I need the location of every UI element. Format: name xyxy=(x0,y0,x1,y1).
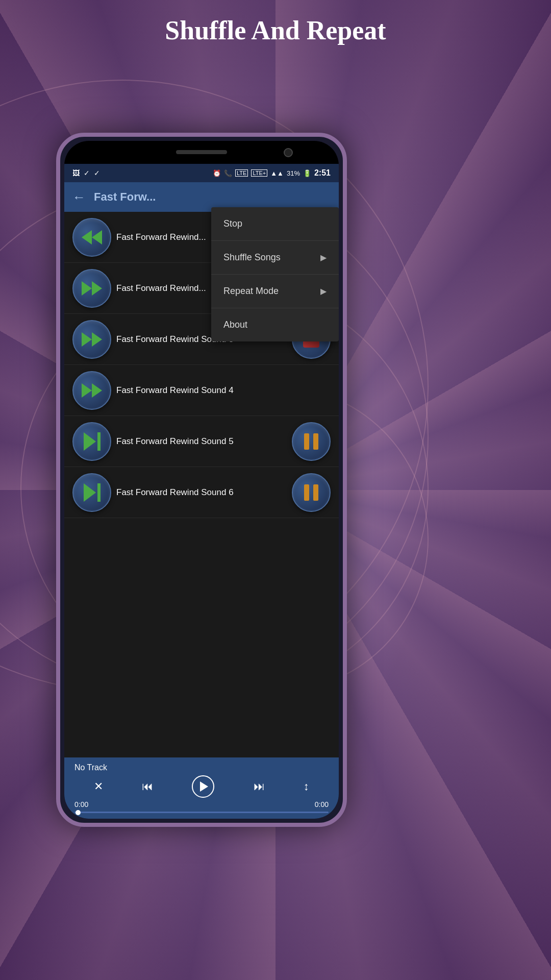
check-icon-2: ✓ xyxy=(94,169,100,177)
ff-arrow-2 xyxy=(92,281,102,296)
lte-label-1: LTE xyxy=(235,169,248,177)
ff-icon xyxy=(82,281,102,296)
ff-arrow-3a xyxy=(82,332,92,347)
skip-triangle-6 xyxy=(84,483,96,502)
play-triangle-icon xyxy=(200,781,208,792)
ff-button-3[interactable] xyxy=(72,320,111,359)
lte-label-2: LTE+ xyxy=(251,169,267,177)
prev-button[interactable]: ⏮ xyxy=(142,780,153,793)
pause-button-6[interactable] xyxy=(292,473,331,512)
ff-arrow-1 xyxy=(82,281,92,296)
repeat-player-icon[interactable]: ↕ xyxy=(304,780,309,793)
time-start: 0:00 xyxy=(74,800,88,808)
pause-icon-6 xyxy=(304,484,318,501)
dropdown-item-repeat[interactable]: Repeat Mode ▶ xyxy=(211,275,339,308)
pause-bar-5b xyxy=(313,433,318,450)
shuffle-player-icon[interactable]: ✕ xyxy=(94,780,103,793)
battery-pct: 31% xyxy=(287,169,300,177)
pause-bar-6b xyxy=(313,484,318,501)
repeat-label: Repeat Mode xyxy=(223,286,279,297)
skip-bar-5 xyxy=(97,432,101,451)
chevron-right-icon-shuffle: ▶ xyxy=(320,253,327,262)
phone-icon: 📞 xyxy=(224,169,232,177)
skip-bar-6 xyxy=(97,483,101,502)
skip-next-icon-5 xyxy=(84,432,101,451)
alarm-icon: ⏰ xyxy=(213,169,221,177)
app-title: Fast Forw... xyxy=(94,190,156,204)
chevron-right-icon-repeat: ▶ xyxy=(320,286,327,296)
clock: 2:51 xyxy=(314,168,331,178)
play-player-button[interactable] xyxy=(192,775,214,798)
ff-button-4[interactable] xyxy=(72,371,111,410)
side-button[interactable] xyxy=(344,300,347,331)
progress-dot xyxy=(76,810,81,815)
progress-bar[interactable] xyxy=(74,812,329,813)
back-button[interactable]: ← xyxy=(72,189,86,205)
phone-speaker xyxy=(176,150,227,154)
skip-triangle-5 xyxy=(84,432,96,451)
battery-icon: 🔋 xyxy=(303,169,311,177)
rewind-icon xyxy=(82,230,102,244)
rewind-arrow-1 xyxy=(82,230,92,244)
dropdown-item-stop[interactable]: Stop xyxy=(211,207,339,241)
rewind-button-1[interactable] xyxy=(72,218,111,257)
skip-button-5[interactable] xyxy=(72,422,111,461)
pause-bar-5a xyxy=(304,433,309,450)
dropdown-menu: Stop Shuffle Songs ▶ Repeat Mode ▶ About xyxy=(211,207,339,341)
check-icon-1: ✓ xyxy=(84,169,90,177)
phone-frame: 🖼 ✓ ✓ ⏰ 📞 LTE LTE+ ▲▲ 31% 🔋 2:51 ← Fast … xyxy=(56,133,347,827)
no-track-label: No Track xyxy=(74,763,329,772)
stop-label: Stop xyxy=(223,218,242,229)
skip-next-icon-6 xyxy=(84,483,101,502)
dropdown-item-shuffle[interactable]: Shuffle Songs ▶ xyxy=(211,241,339,275)
time-display: 0:00 0:00 xyxy=(74,800,329,808)
ff-arrow-3b xyxy=(92,332,102,347)
pause-bar-6a xyxy=(304,484,309,501)
song-name-6: Fast Forward Rewind Sound 6 xyxy=(116,487,287,498)
player-controls: ✕ ⏮ ⏭ ↕ xyxy=(74,775,329,798)
next-button[interactable]: ⏭ xyxy=(254,780,265,793)
bottom-player: No Track ✕ ⏮ ⏭ ↕ 0:00 0:00 xyxy=(64,757,339,819)
time-end: 0:00 xyxy=(315,800,329,808)
ff-arrow-4a xyxy=(82,383,92,398)
status-icons-right: ⏰ 📞 LTE LTE+ ▲▲ 31% 🔋 2:51 xyxy=(213,168,331,178)
pause-icon-5 xyxy=(304,433,318,450)
list-item[interactable]: Fast Forward Rewind Sound 5 xyxy=(64,416,339,467)
about-label: About xyxy=(223,320,247,330)
phone-inner: 🖼 ✓ ✓ ⏰ 📞 LTE LTE+ ▲▲ 31% 🔋 2:51 ← Fast … xyxy=(64,141,339,819)
image-icon: 🖼 xyxy=(72,169,80,177)
ff-icon-3 xyxy=(82,332,102,347)
phone-camera xyxy=(284,148,293,157)
status-bar: 🖼 ✓ ✓ ⏰ 📞 LTE LTE+ ▲▲ 31% 🔋 2:51 xyxy=(64,164,339,182)
ff-arrow-4b xyxy=(92,383,102,398)
rewind-arrow-2 xyxy=(92,230,102,244)
status-icons-left: 🖼 ✓ ✓ xyxy=(72,169,100,177)
list-item[interactable]: Fast Forward Rewind Sound 6 xyxy=(64,467,339,518)
signal-bars: ▲▲ xyxy=(270,169,284,177)
ff-button-2[interactable] xyxy=(72,269,111,308)
shuffle-label: Shuffle Songs xyxy=(223,252,281,263)
list-item[interactable]: Fast Forward Rewind Sound 4 xyxy=(64,365,339,416)
page-title: Shuffle And Repeat xyxy=(0,15,551,45)
song-name-4: Fast Forward Rewind Sound 4 xyxy=(116,385,331,396)
song-name-5: Fast Forward Rewind Sound 5 xyxy=(116,436,287,447)
ff-icon-4 xyxy=(82,383,102,398)
skip-button-6[interactable] xyxy=(72,473,111,512)
pause-button-5[interactable] xyxy=(292,422,331,461)
dropdown-item-about[interactable]: About xyxy=(211,308,339,341)
